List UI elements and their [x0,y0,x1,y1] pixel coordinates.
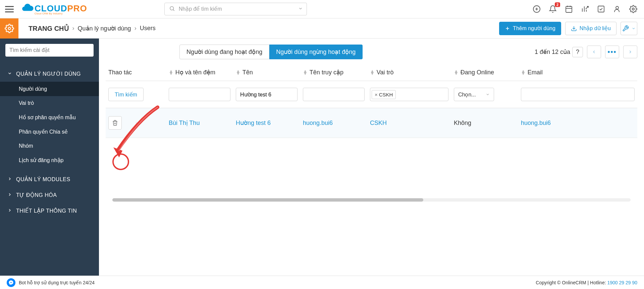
col-header-firstname[interactable]: ▲▼Tên [233,69,300,76]
section-label: QUẢN LÝ MODULES [16,176,70,183]
breadcrumb-separator: › [72,25,74,32]
global-search-input[interactable] [164,3,307,15]
footer: Bot hỗ trợ sử dụng trực tuyến 24/24 Copy… [0,276,644,289]
notification-bell-icon[interactable]: 2 [549,5,557,13]
main-layout: QUẢN LÝ NGƯỜI DÙNG Người dùng Vai trò Hồ… [0,39,644,276]
filter-lastname-input[interactable] [169,88,230,101]
add-user-button[interactable]: Thêm người dùng [499,22,561,35]
filter-role-chip: × CSKH [372,90,396,99]
filter-row: Tìm kiếm × CSKH Chọn... [106,81,637,108]
user-status-tabs: Người dùng đang hoạt động Người dùng ngừ… [179,45,363,59]
filter-username-input[interactable] [303,88,365,101]
user-icon[interactable] [613,5,621,13]
gear-icon[interactable] [629,5,637,13]
data-table: Thao tác ▲▼Họ và tên đệm ▲▼Tên ▲▼Tên tru… [99,64,644,202]
tools-dropdown-button[interactable] [621,22,637,35]
col-header-email[interactable]: ▲▼Email [518,69,637,76]
sidebar-search-input[interactable] [5,44,94,57]
horizontal-scrollbar[interactable] [112,198,631,202]
pagination: 1 đến 12 của ? ••• [535,46,637,58]
global-search-container [164,3,307,15]
breadcrumb-item-1[interactable]: Quản lý người dùng [78,25,131,32]
table-header-row: Thao tác ▲▼Họ và tên đệm ▲▼Tên ▲▼Tên tru… [106,64,637,81]
chevron-right-icon [7,192,12,198]
svg-point-15 [632,8,634,10]
cell-username[interactable]: huong.bui6 [303,120,333,127]
main-content: Người dùng đang hoạt động Người dùng ngừ… [99,39,644,276]
import-button[interactable]: Nhập dữ liệu [565,22,616,35]
svg-point-16 [8,27,10,29]
chip-label: CSKH [379,92,393,97]
sidebar-item-groups[interactable]: Nhóm [0,139,99,153]
pager-more-button[interactable]: ••• [605,46,619,58]
scroll-thumb[interactable] [112,198,423,202]
import-label: Nhập dữ liệu [580,25,611,31]
sidebar-item-users[interactable]: Người dùng [0,82,99,96]
tab-active-users[interactable]: Người dùng đang hoạt động [179,45,269,59]
logo[interactable]: CLOUDPRO Cloud CRM By Industry [21,1,87,17]
cell-role[interactable]: CSKH [370,120,387,127]
messenger-icon[interactable] [7,278,15,287]
filter-firstname-input[interactable] [236,88,298,101]
sidebar-item-sharing[interactable]: Phân quyền Chia sẻ [0,125,99,139]
col-header-online[interactable]: ▲▼Đang Online [451,69,518,76]
svg-point-21 [136,122,136,123]
sidebar-item-login-history[interactable]: Lịch sử đăng nhập [0,153,99,167]
calendar-icon[interactable] [565,5,573,13]
svg-point-20 [136,122,136,122]
svg-line-1 [173,10,174,11]
add-user-label: Thêm người dùng [513,25,555,31]
logo-text-pro: PRO [67,3,87,13]
filter-search-button[interactable]: Tìm kiếm [108,88,144,101]
col-header-role[interactable]: ▲▼Vai trò [367,69,451,76]
cell-lastname[interactable]: Bùi Thị Thu [169,119,200,127]
hamburger-menu[interactable] [0,0,18,18]
pager-total-button[interactable]: ? [572,47,583,57]
sidebar-section-automation[interactable]: TỰ ĐỘNG HÓA [0,187,99,203]
filter-role-chipinput[interactable]: × CSKH [370,88,448,101]
footer-copyright: Copyright © OnlineCRM [536,280,586,285]
chip-remove-icon[interactable]: × [375,92,378,97]
pager-prev-button[interactable] [587,46,601,58]
footer-hotline-link[interactable]: 1900 29 29 90 [607,280,637,285]
row-more-button[interactable] [135,119,137,127]
sidebar-section-user-mgmt[interactable]: QUẢN LÝ NGƯỜI DÙNG [0,66,99,82]
sort-icon: ▲▼ [303,70,308,75]
sidebar: QUẢN LÝ NGƯỜI DÙNG Người dùng Vai trò Hồ… [0,39,99,276]
pager-next-button[interactable] [623,46,637,58]
chevron-right-icon [7,208,12,214]
sidebar-search-wrap [0,39,99,62]
cell-email[interactable]: huong.bui6 [521,120,551,127]
cell-firstname[interactable]: Hường test 6 [236,119,271,127]
sidebar-item-roles[interactable]: Vai trò [0,96,99,110]
col-header-username[interactable]: ▲▼Tên truy cập [300,69,367,76]
filter-online-select[interactable]: Chọn... [454,88,494,101]
breadcrumb-separator: › [135,25,137,32]
sidebar-item-profiles[interactable]: Hồ sơ phân quyền mẫu [0,110,99,125]
sidebar-section-settings[interactable]: THIẾT LẬP THÔNG TIN [0,203,99,219]
breadcrumb: TRANG CHỦ › Quản lý người dùng › Users [29,24,156,32]
cell-online: Không [454,120,471,127]
add-icon[interactable] [533,5,541,13]
svg-rect-5 [566,6,572,12]
breadcrumb-item-2[interactable]: Users [140,25,156,32]
logo-subtitle: Cloud CRM By Industry [35,12,87,15]
checkbox-icon[interactable] [597,5,605,13]
sidebar-section-modules[interactable]: QUẢN LÝ MODULES [0,171,99,187]
filter-email-input[interactable] [521,88,635,101]
settings-gear-button[interactable] [0,18,18,39]
breadcrumb-home[interactable]: TRANG CHỦ [29,24,69,32]
subheader: TRANG CHỦ › Quản lý người dùng › Users T… [0,18,644,39]
sort-icon: ▲▼ [454,70,459,75]
footer-right: Copyright © OnlineCRM | Hotline: 1900 29… [536,280,637,285]
svg-line-12 [586,6,588,9]
tab-inactive-users[interactable]: Người dùng ngừng hoạt động [269,45,363,59]
sort-icon: ▲▼ [370,70,375,75]
stats-icon[interactable] [581,5,589,13]
section-label: QUẢN LÝ NGƯỜI DÙNG [16,71,81,77]
row-delete-button[interactable] [108,116,122,130]
col-header-lastname[interactable]: ▲▼Họ và tên đệm [166,69,233,76]
table-row[interactable]: Bùi Thị Thu Hường test 6 huong.bui6 CSKH… [106,108,637,138]
hamburger-icon [5,6,14,12]
chevron-down-icon[interactable] [298,6,303,12]
